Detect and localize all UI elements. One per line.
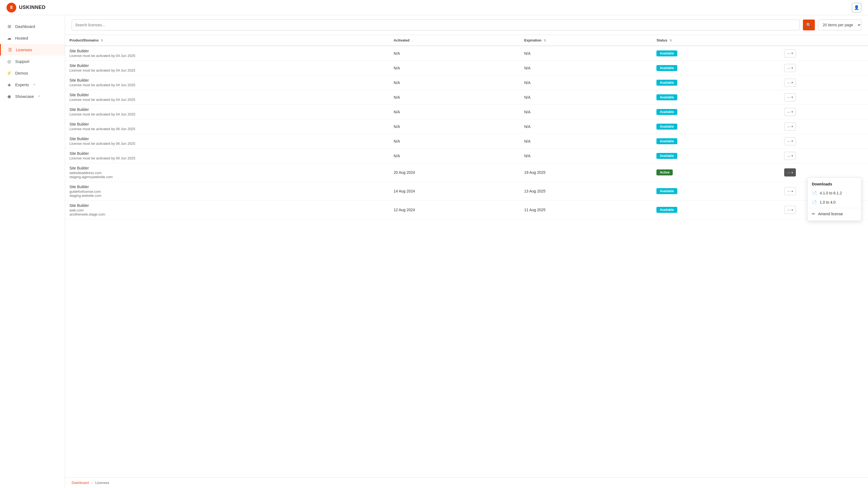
external-icon-2: ↗ <box>38 95 40 98</box>
status-badge: Available <box>656 65 677 71</box>
search-input[interactable] <box>72 20 800 30</box>
cell-activated: 12 Aug 2024 <box>389 201 520 219</box>
product-sub: License must be activated by 04 Jun 2025 <box>69 112 385 116</box>
sidebar-item-showcase[interactable]: ◉ Showcase ↗ <box>0 91 65 102</box>
cell-product: Site BuilderLicense must be activated by… <box>65 149 389 163</box>
cell-activated: N/A <box>389 149 520 163</box>
external-icon: ↗ <box>33 83 35 87</box>
cell-expiration: N/A <box>520 134 652 149</box>
cell-status: Available <box>652 105 780 119</box>
action-button[interactable]: ···▾ <box>784 50 796 58</box>
topbar: 8 USKINNED 👤 <box>0 0 868 15</box>
action-button[interactable]: ···▾ <box>784 93 796 101</box>
cell-action: ···▾ <box>780 46 868 61</box>
table-row: Site BuilderLicense must be activated by… <box>65 90 868 105</box>
table-row: Site Builderguideforlicense.comstaging.w… <box>65 182 868 201</box>
ellipsis-icon: ··· <box>787 170 790 174</box>
cell-product: Site BuilderLicense must be activated by… <box>65 61 389 75</box>
ellipsis-icon: ··· <box>787 51 790 56</box>
product-name: Site Builder <box>69 122 385 126</box>
action-button[interactable]: ···▾ <box>784 137 796 145</box>
cell-product: Site BuilderLicense must be activated by… <box>65 46 389 61</box>
logo: 8 USKINNED <box>6 3 45 12</box>
cell-status: Available <box>652 182 780 201</box>
cell-status: Available <box>652 149 780 163</box>
product-sub: web.com <box>69 208 385 212</box>
product-name: Site Builder <box>69 185 385 189</box>
dropdown-item-download-1[interactable]: 📄 4.1.0 to 6.1.2 <box>807 188 861 198</box>
per-page-select[interactable]: 20 items per page <box>818 20 862 30</box>
breadcrumb-home-link[interactable]: Dashboard <box>72 481 89 485</box>
chevron-down-icon: ▾ <box>792 140 793 142</box>
action-button[interactable]: ···▾ <box>784 64 796 72</box>
cell-expiration: 11 Aug 2025 <box>520 201 652 219</box>
cell-status: Available <box>652 46 780 61</box>
search-button[interactable]: 🔍 <box>803 20 815 30</box>
sidebar: ⊞ Dashboard ☁ Hosted ☰ Licenses ◎ Suppor… <box>0 15 65 488</box>
col-actions <box>780 35 868 46</box>
cell-product: Site Builderweb.comanotherweb.stage.com <box>65 201 389 219</box>
product-name: Site Builder <box>69 107 385 112</box>
ellipsis-icon: ··· <box>787 189 790 193</box>
action-button[interactable]: ···▾ <box>784 108 796 116</box>
sidebar-item-experts[interactable]: ◈ Experts ↗ <box>0 79 65 91</box>
cell-action: ···▾ <box>780 134 868 149</box>
file-icon-1: 📄 <box>812 191 817 195</box>
cell-action: ···▾ <box>780 75 868 90</box>
table-row: Site BuilderLicense must be activated by… <box>65 46 868 61</box>
cell-expiration: N/A <box>520 149 652 163</box>
sidebar-item-dashboard[interactable]: ⊞ Dashboard <box>0 21 65 32</box>
table-row: Site BuilderLicense must be activated by… <box>65 134 868 149</box>
cell-status: Active <box>652 163 780 182</box>
sidebar-item-licenses[interactable]: ☰ Licenses <box>0 44 65 56</box>
col-activated[interactable]: Activated ↓ <box>389 35 520 46</box>
sidebar-item-support[interactable]: ◎ Support <box>0 56 65 67</box>
chevron-down-icon: ▾ <box>792 171 793 174</box>
action-button[interactable]: ···▾ <box>784 123 796 131</box>
product-sub: License must be activated by 06 Jun 2025 <box>69 141 385 145</box>
logo-text: USKINNED <box>19 5 45 10</box>
sidebar-item-label: Experts <box>15 83 29 87</box>
user-icon: 👤 <box>854 5 859 10</box>
cell-activated: N/A <box>389 90 520 105</box>
col-status[interactable]: Status ⇅ <box>652 35 780 46</box>
cell-status: Available <box>652 134 780 149</box>
edit-icon: ✏ <box>812 212 815 216</box>
product-name: Site Builder <box>69 166 385 170</box>
cell-status: Available <box>652 61 780 75</box>
col-product[interactable]: Product/Domains ⇅ <box>65 35 389 46</box>
sidebar-item-hosted[interactable]: ☁ Hosted <box>0 32 65 44</box>
action-button[interactable]: ···▾ <box>784 152 796 160</box>
chevron-down-icon: ▾ <box>792 154 793 157</box>
cell-activated: N/A <box>389 46 520 61</box>
cell-activated: N/A <box>389 134 520 149</box>
col-expiration[interactable]: Expiration ⇅ <box>520 35 652 46</box>
action-button[interactable]: ···▾ <box>784 78 796 87</box>
product-name: Site Builder <box>69 78 385 83</box>
user-menu-button[interactable]: 👤 <box>852 3 862 12</box>
cell-action: ···▾ <box>780 90 868 105</box>
cell-status: Available <box>652 201 780 219</box>
action-button[interactable]: ···▾ <box>784 168 796 176</box>
cell-product: Site BuilderLicense must be activated by… <box>65 119 389 134</box>
dropdown-divider <box>807 208 861 208</box>
cell-expiration: N/A <box>520 61 652 75</box>
table-wrapper: Product/Domains ⇅ Activated ↓ Expiration… <box>65 35 868 230</box>
action-button[interactable]: ···▾ <box>784 206 796 214</box>
chevron-down-icon: ▾ <box>792 81 793 84</box>
chevron-down-icon: ▾ <box>792 208 793 212</box>
cell-product: Site Builderwebsiteaddress.comstaging.ag… <box>65 163 389 182</box>
cell-product: Site BuilderLicense must be activated by… <box>65 134 389 149</box>
status-badge: Active <box>656 169 673 175</box>
ellipsis-icon: ··· <box>787 139 790 143</box>
table-header-row: Product/Domains ⇅ Activated ↓ Expiration… <box>65 35 868 46</box>
product-domain2: staging.website.com <box>69 194 385 198</box>
chevron-down-icon: ▾ <box>792 66 793 69</box>
dropdown-item-amend[interactable]: ✏ Amend license <box>807 209 861 219</box>
sidebar-item-demos[interactable]: ⚡ Demos <box>0 67 65 79</box>
dropdown-item-download-2[interactable]: 📄 1.0 to 4.0 <box>807 198 861 207</box>
sidebar-item-label: Hosted <box>15 36 28 40</box>
action-button[interactable]: ···▾ <box>784 187 796 195</box>
cell-expiration: 19 Aug 2025 <box>520 163 652 182</box>
licenses-table: Product/Domains ⇅ Activated ↓ Expiration… <box>65 35 868 219</box>
